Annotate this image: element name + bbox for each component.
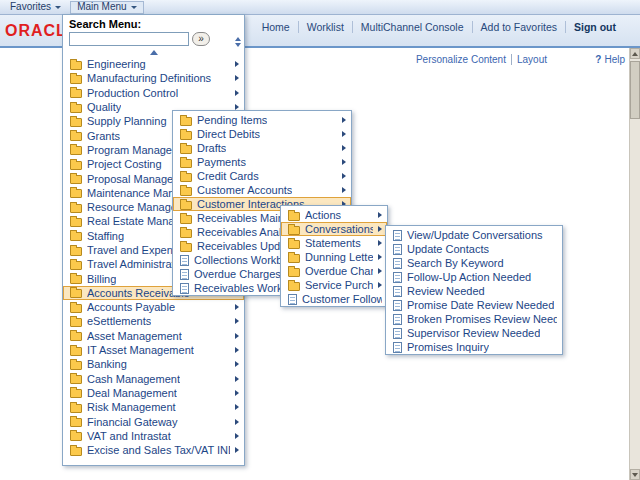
help-link[interactable]: ? Help <box>595 54 625 65</box>
menu-item-label: Search By Keyword <box>407 257 504 269</box>
vertical-scrollbar[interactable] <box>629 48 640 480</box>
menu-item-drafts[interactable]: Drafts <box>173 141 351 155</box>
folder-icon <box>180 145 192 154</box>
menu-item-label: Review Needed <box>407 285 485 297</box>
document-icon <box>393 300 402 311</box>
menu-item-credit-cards[interactable]: Credit Cards <box>173 169 351 183</box>
menu-resize-control[interactable] <box>235 37 241 47</box>
folder-icon <box>288 282 300 291</box>
submenu-list: ActionsConversationsStatementsDunning Le… <box>281 208 387 306</box>
scrollbar-thumb[interactable] <box>630 61 640 119</box>
menu-item-follow-up-action-needed[interactable]: Follow-Up Action Needed <box>386 270 562 284</box>
nav-link-worklist[interactable]: Worklist <box>298 21 352 33</box>
sign-out-link[interactable]: Sign out <box>565 21 624 33</box>
menu-item-label: Service Purchase <box>305 279 373 291</box>
menu-item-dunning-letters[interactable]: Dunning Letters <box>281 250 387 264</box>
menu-item-conversations[interactable]: Conversations <box>281 222 387 236</box>
submenu-arrow-icon <box>235 376 239 382</box>
menu-bar: Favorites Main Menu <box>0 0 640 15</box>
nav-link-multichannel-console[interactable]: MultiChannel Console <box>352 21 472 33</box>
menu-item-overdue-charges[interactable]: Overdue Charges <box>281 264 387 278</box>
submenu-arrow-icon <box>342 145 346 151</box>
submenu-arrow-icon <box>235 61 239 67</box>
menu-item-production-control[interactable]: Production Control <box>63 86 244 100</box>
menu-item-label: Manufacturing Definitions <box>87 72 211 84</box>
menu-item-accounts-payable[interactable]: Accounts Payable <box>63 300 244 314</box>
menu-item-label: Engineering <box>87 58 146 70</box>
menu-item-cash-management[interactable]: Cash Management <box>63 372 244 386</box>
menu-item-label: IT Asset Management <box>87 344 194 356</box>
search-go-button[interactable]: » <box>192 32 210 46</box>
menu-item-pending-items[interactable]: Pending Items <box>173 113 351 127</box>
menu-item-promises-inquiry[interactable]: Promises Inquiry <box>386 340 562 354</box>
menu-item-label: Excise and Sales Tax/VAT IND <box>87 444 230 456</box>
menu-item-direct-debits[interactable]: Direct Debits <box>173 127 351 141</box>
folder-icon <box>70 118 82 127</box>
menu-item-label: Broken Promises Review Needed <box>407 313 557 325</box>
submenu-arrow-icon <box>342 173 346 179</box>
menu-item-payments[interactable]: Payments <box>173 155 351 169</box>
menu-item-vat-and-intrastat[interactable]: VAT and Intrastat <box>63 429 244 443</box>
menu-item-label: Quality <box>87 101 121 113</box>
menu-item-esettlements[interactable]: eSettlements <box>63 314 244 328</box>
nav-link-home[interactable]: Home <box>254 21 298 33</box>
menu-item-supervisor-review-needed[interactable]: Supervisor Review Needed <box>386 326 562 340</box>
menu-item-engineering[interactable]: Engineering <box>63 57 244 71</box>
submenu-arrow-icon <box>235 304 239 310</box>
menu-item-statements[interactable]: Statements <box>281 236 387 250</box>
menu-item-manufacturing-definitions[interactable]: Manufacturing Definitions <box>63 71 244 85</box>
menu-item-label: Actions <box>305 209 341 221</box>
menu-item-label: Overdue Charges <box>305 265 373 277</box>
search-menu-label: Search Menu: <box>69 18 238 30</box>
search-menu-input[interactable] <box>69 32 189 46</box>
scroll-up-icon <box>632 52 638 56</box>
submenu-arrow-icon <box>378 268 382 274</box>
menu-item-update-contacts[interactable]: Update Contacts <box>386 242 562 256</box>
submenu-arrow-icon <box>378 212 382 218</box>
submenu-arrow-icon <box>235 419 239 425</box>
document-icon <box>393 272 402 283</box>
document-icon <box>393 342 402 353</box>
folder-icon <box>70 189 82 198</box>
personalize-content-link[interactable]: Personalize Content <box>411 54 511 65</box>
menu-item-risk-management[interactable]: Risk Management <box>63 400 244 414</box>
personalize-bar: Personalize Content Layout <box>411 54 552 65</box>
folder-icon <box>70 89 82 98</box>
menu-item-excise-and-sales-tax-vat-ind[interactable]: Excise and Sales Tax/VAT IND <box>63 443 244 457</box>
menu-scroll-up-button[interactable] <box>63 47 244 57</box>
menu-item-label: Production Control <box>87 87 178 99</box>
submenu-arrow-icon <box>342 159 346 165</box>
scrollbar-up-button[interactable] <box>630 48 640 59</box>
submenu-arrow-icon <box>235 90 239 96</box>
nav-link-add-to-favorites[interactable]: Add to Favorites <box>472 21 565 33</box>
menu-item-actions[interactable]: Actions <box>281 208 387 222</box>
menu-item-banking[interactable]: Banking <box>63 357 244 371</box>
menu-item-label: Customer Follow-Up Letter <box>302 293 382 305</box>
menu-item-customer-follow-up-letter[interactable]: Customer Follow-Up Letter <box>281 292 387 306</box>
menu-item-view-update-conversations[interactable]: View/Update Conversations <box>386 228 562 242</box>
menu-item-customer-accounts[interactable]: Customer Accounts <box>173 183 351 197</box>
customer-interactions-submenu: ActionsConversationsStatementsDunning Le… <box>280 205 388 307</box>
menu-item-label: Follow-Up Action Needed <box>407 271 531 283</box>
menu-item-promise-date-review-needed[interactable]: Promise Date Review Needed <box>386 298 562 312</box>
menu-item-review-needed[interactable]: Review Needed <box>386 284 562 298</box>
layout-link[interactable]: Layout <box>511 54 552 65</box>
menu-item-financial-gateway[interactable]: Financial Gateway <box>63 414 244 428</box>
menu-item-broken-promises-review-needed[interactable]: Broken Promises Review Needed <box>386 312 562 326</box>
menu-item-asset-management[interactable]: Asset Management <box>63 329 244 343</box>
menu-item-it-asset-management[interactable]: IT Asset Management <box>63 343 244 357</box>
main-menu-label: Main Menu <box>77 1 126 13</box>
folder-icon <box>70 389 82 398</box>
menu-item-label: Conversations <box>305 223 373 235</box>
menu-item-label: Billing <box>87 273 116 285</box>
menu-item-label: Banking <box>87 358 127 370</box>
menu-item-service-purchase[interactable]: Service Purchase <box>281 278 387 292</box>
favorites-menu-button[interactable]: Favorites <box>3 1 68 14</box>
menu-item-deal-management[interactable]: Deal Management <box>63 386 244 400</box>
main-menu-button[interactable]: Main Menu <box>70 1 143 14</box>
menu-item-search-by-keyword[interactable]: Search By Keyword <box>386 256 562 270</box>
application-window: Favorites Main Menu ORACLE Home Worklist… <box>0 0 640 480</box>
submenu-arrow-icon <box>342 117 346 123</box>
menu-item-label: Project Costing <box>87 158 162 170</box>
scrollbar-down-button[interactable] <box>630 469 640 480</box>
